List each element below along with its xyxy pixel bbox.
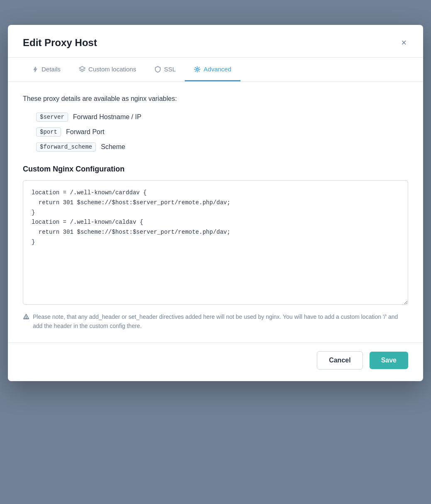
tab-custom-locations[interactable]: Custom locations bbox=[70, 58, 145, 81]
warning-icon bbox=[23, 313, 29, 323]
variable-item-port: $port Forward Port bbox=[36, 127, 408, 137]
variable-item-server: $server Forward Hostname / IP bbox=[36, 113, 408, 122]
modal-body: These proxy details are available as ngi… bbox=[8, 81, 423, 343]
variable-item-scheme: $forward_scheme Scheme bbox=[36, 142, 408, 152]
tab-advanced[interactable]: Advanced bbox=[185, 58, 240, 81]
warning-text: Please note, that any add_header or set_… bbox=[33, 312, 408, 331]
tab-custom-locations-label: Custom locations bbox=[88, 66, 136, 73]
warning-container: Please note, that any add_header or set_… bbox=[23, 312, 408, 331]
modal-overlay: Edit Proxy Host × Details bbox=[0, 17, 431, 381]
layers-icon bbox=[79, 65, 86, 73]
save-button[interactable]: Save bbox=[370, 352, 408, 369]
variable-desc-port: Forward Port bbox=[66, 128, 104, 136]
svg-point-3 bbox=[26, 318, 27, 318]
variable-desc-scheme: Scheme bbox=[101, 143, 125, 151]
tab-ssl[interactable]: SSL bbox=[145, 58, 185, 81]
modal-header: Edit Proxy Host × bbox=[8, 25, 423, 57]
variable-code-server: $server bbox=[36, 113, 68, 122]
section-title: Custom Nginx Configuration bbox=[23, 165, 408, 174]
lightning-icon bbox=[32, 65, 39, 73]
svg-marker-0 bbox=[79, 66, 85, 70]
gear-icon bbox=[194, 65, 201, 73]
cancel-button[interactable]: Cancel bbox=[317, 351, 362, 369]
modal-title: Edit Proxy Host bbox=[23, 37, 97, 49]
close-button[interactable]: × bbox=[399, 37, 408, 49]
svg-point-1 bbox=[196, 69, 198, 71]
shield-icon bbox=[154, 65, 161, 73]
variables-list: $server Forward Hostname / IP $port Forw… bbox=[23, 113, 408, 152]
variable-code-port: $port bbox=[36, 127, 61, 137]
tab-details[interactable]: Details bbox=[23, 58, 70, 81]
variable-code-scheme: $forward_scheme bbox=[36, 142, 96, 152]
tab-details-label: Details bbox=[42, 66, 61, 73]
modal-footer: Cancel Save bbox=[8, 343, 423, 381]
tab-bar: Details Custom locations SSL bbox=[8, 57, 423, 81]
tab-advanced-label: Advanced bbox=[203, 66, 231, 73]
tab-ssl-label: SSL bbox=[164, 66, 176, 73]
nginx-config-textarea[interactable]: location = /.well-known/carddav { return… bbox=[23, 180, 408, 305]
edit-proxy-host-modal: Edit Proxy Host × Details bbox=[8, 25, 423, 381]
variable-desc-server: Forward Hostname / IP bbox=[73, 113, 142, 121]
info-text: These proxy details are available as ngi… bbox=[23, 95, 408, 103]
